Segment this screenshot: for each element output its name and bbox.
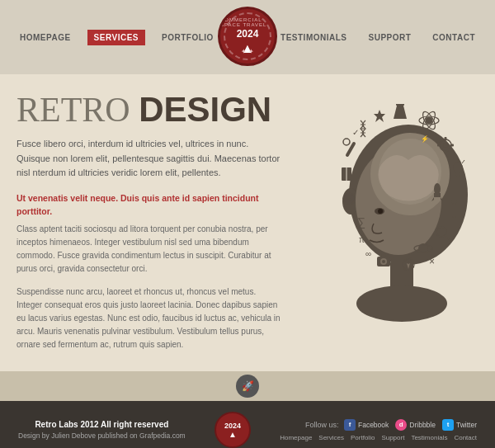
heading-plain: RETRO (16, 91, 139, 129)
svg-point-9 (426, 117, 432, 124)
svg-point-19 (453, 163, 463, 172)
footer-nav-portfolio[interactable]: Portfolio (351, 434, 375, 441)
svg-marker-37 (374, 110, 385, 122)
nav-testimonials[interactable]: TESTIMONIALS (276, 30, 351, 45)
svg-line-23 (462, 160, 464, 163)
footer-left: Retro Labs 2012 All right reserved Desig… (18, 420, 186, 440)
social-facebook[interactable]: f Facebook (344, 419, 389, 431)
footer-nav-testimonials[interactable]: Testimonials (411, 434, 447, 441)
footer-nav-support[interactable]: Support (381, 434, 404, 441)
svg-point-14 (443, 143, 448, 148)
nav-homepage[interactable]: HOMEPAGE (15, 30, 76, 45)
nav-support[interactable]: SUPPORT (364, 30, 417, 45)
svg-text:π: π (359, 235, 365, 244)
footer-nav-services[interactable]: Services (318, 434, 344, 441)
footer-nav: Homepage Services Portfolio Support Test… (280, 434, 477, 441)
body-paragraph-1: Class aptent taciti sociosqu ad litora t… (16, 223, 284, 276)
svg-rect-21 (456, 176, 460, 177)
svg-point-42 (343, 139, 350, 145)
head-illustration: ∑ π ∞ × ✓ ⚡ (301, 104, 474, 351)
social-dribbble[interactable]: d Dribbble (395, 419, 436, 431)
nav-right: TESTIMONIALS SUPPORT CONTACT (276, 30, 480, 45)
footer-design: Design by Julien Debove published on Gra… (18, 431, 186, 440)
svg-text:∑: ∑ (357, 215, 365, 229)
svg-text:∞: ∞ (365, 249, 371, 258)
highlight-paragraph: Ut venenatis velit neque. Duis quis ante… (16, 192, 284, 219)
logo-text-top: COMMERCIAL SPACE TRAVEL (220, 17, 275, 27)
svg-text:×: × (429, 256, 435, 267)
content-left: RETRO DESIGN Fusce libero orci, interdum… (16, 92, 284, 363)
svg-rect-41 (345, 141, 356, 157)
svg-point-25 (434, 183, 441, 195)
svg-rect-16 (445, 150, 447, 153)
nav-contact[interactable]: CONTACT (427, 30, 480, 45)
svg-rect-17 (437, 144, 441, 147)
svg-rect-20 (455, 172, 460, 176)
footer-copyright: Retro Labs 2012 All right reserved (18, 420, 186, 429)
logo-circle: COMMERCIAL SPACE TRAVEL 2024 ▲ ✦ ✦ (218, 7, 277, 66)
logo-year: 2024 (237, 28, 259, 40)
facebook-label: Facebook (358, 421, 389, 429)
header: HOMEPAGE SERVICES PORTFOLIO COMMERCIAL S… (0, 0, 495, 74)
logo: COMMERCIAL SPACE TRAVEL 2024 ▲ ✦ ✦ (218, 7, 277, 66)
footer-logo: 2024 ▲ (214, 412, 251, 448)
svg-marker-35 (394, 106, 407, 119)
main-content: RETRO DESIGN Fusce libero orci, interdum… (0, 74, 495, 371)
svg-point-53 (382, 260, 385, 263)
svg-rect-36 (396, 104, 404, 106)
nav-portfolio[interactable]: PORTFOLIO (157, 30, 219, 45)
facebook-icon: f (344, 419, 356, 431)
intro-paragraph: Fusce libero orci, interdum id ultricies… (16, 137, 284, 181)
divider-rocket-icon: 🚀 (236, 375, 259, 398)
footer-right: Follow us: f Facebook d Dribbble t Twitt… (280, 419, 477, 441)
logo-stars-icon: ✦ ✦ (241, 48, 254, 55)
svg-rect-29 (452, 203, 456, 218)
svg-text:⚡: ⚡ (421, 134, 429, 143)
footer-nav-homepage[interactable]: Homepage (280, 434, 312, 441)
svg-point-8 (378, 209, 383, 214)
twitter-icon: t (442, 419, 454, 431)
nav-services[interactable]: SERVICES (87, 30, 145, 45)
footer-logo-year: 2024 (224, 422, 241, 430)
svg-rect-18 (450, 144, 454, 147)
footer: Retro Labs 2012 All right reserved Desig… (0, 401, 495, 448)
svg-rect-26 (434, 193, 441, 197)
footer-nav-contact[interactable]: Contact (454, 434, 477, 441)
content-right: ∑ π ∞ × ✓ ⚡ (297, 92, 478, 363)
svg-rect-54 (381, 254, 386, 257)
body-paragraph-2: Suspendisse nunc arcu, laoreet et rhoncu… (16, 285, 284, 351)
follow-us-label: Follow us: f Facebook d Dribbble t Twitt… (280, 419, 477, 431)
heading-bold: DESIGN (139, 90, 271, 129)
social-twitter[interactable]: t Twitter (442, 419, 477, 431)
twitter-label: Twitter (456, 421, 477, 429)
divider: 🚀 (0, 371, 495, 401)
svg-text:✓: ✓ (352, 128, 359, 137)
dribbble-icon: d (395, 419, 407, 431)
footer-logo-rocket-icon: ▲ (229, 430, 237, 439)
nav-left: HOMEPAGE SERVICES PORTFOLIO (15, 30, 219, 45)
svg-rect-30 (451, 200, 457, 203)
svg-rect-15 (445, 137, 447, 140)
page-title: RETRO DESIGN (16, 92, 284, 127)
dribbble-label: Dribbble (409, 421, 436, 429)
svg-point-2 (356, 285, 447, 322)
